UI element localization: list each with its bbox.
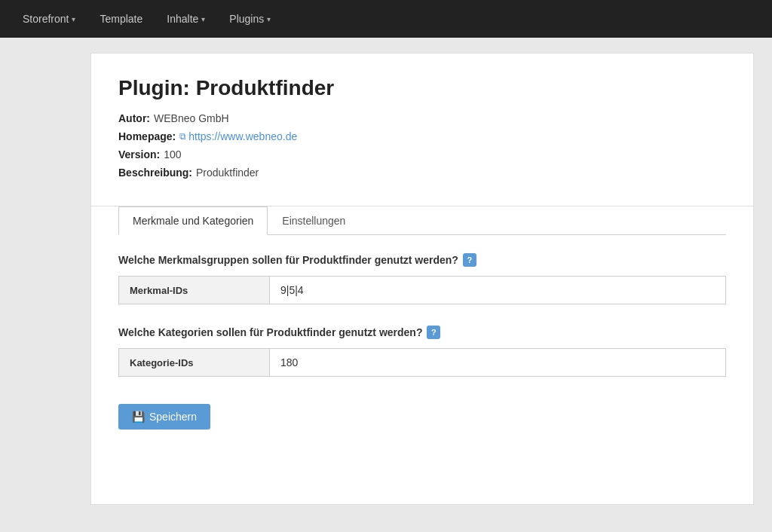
version-label: Version: — [118, 148, 160, 161]
tab-einstellungen[interactable]: Einstellungen — [268, 206, 360, 235]
content-area: Plugin: Produktfinder Autor: WEBneo GmbH… — [90, 53, 754, 505]
merkmal-input-row: Merkmal-IDs — [119, 277, 726, 304]
nav-label-template: Template — [100, 13, 142, 25]
chevron-down-icon-plugins: ▾ — [267, 15, 271, 23]
nav-item-plugins[interactable]: Plugins ▾ — [219, 7, 281, 31]
merkmal-question-text: Welche Merkmalsgruppen sollen für Produk… — [118, 254, 458, 266]
merkmal-section: Welche Merkmalsgruppen sollen für Produk… — [118, 253, 726, 304]
merkmal-help-badge[interactable]: ? — [463, 253, 476, 267]
kategorie-question: Welche Kategorien sollen für Produktfind… — [118, 326, 726, 339]
nav-label-storefront: Storefront — [23, 13, 69, 25]
merkmal-id-input[interactable] — [270, 277, 725, 304]
chevron-down-icon-inhalte: ▾ — [201, 15, 205, 23]
kategorie-input-table: Kategorie-IDs — [118, 348, 726, 377]
merkmal-id-label: Merkmal-IDs — [119, 277, 270, 304]
navbar: Storefront ▾ Template Inhalte ▾ Plugins … — [0, 0, 772, 38]
plugin-title: Plugin: Produktfinder — [118, 76, 726, 100]
author-row: Autor: WEBneo GmbH — [118, 112, 726, 124]
author-label: Autor: — [118, 112, 150, 124]
nav-item-inhalte[interactable]: Inhalte ▾ — [156, 7, 216, 31]
nav-label-plugins: Plugins — [229, 13, 264, 25]
plugin-info-section: Plugin: Produktfinder Autor: WEBneo GmbH… — [91, 54, 753, 206]
external-link-icon: ⧉ — [179, 131, 186, 142]
homepage-row: Homepage: ⧉ https://www.webneo.de — [118, 130, 726, 142]
tab-merkmale[interactable]: Merkmale und Kategorien — [118, 206, 268, 235]
page-wrapper: Plugin: Produktfinder Autor: WEBneo GmbH… — [0, 38, 772, 532]
homepage-label: Homepage: — [118, 130, 176, 142]
description-value: Produktfinder — [196, 167, 259, 179]
save-button[interactable]: 💾 Speichern — [118, 404, 210, 430]
nav-item-storefront[interactable]: Storefront ▾ — [12, 7, 86, 31]
kategorie-input-row: Kategorie-IDs — [119, 349, 726, 377]
description-label: Beschreibung: — [118, 167, 192, 179]
version-row: Version: 100 — [118, 148, 726, 161]
description-row: Beschreibung: Produktfinder — [118, 167, 726, 179]
author-value: WEBneo GmbH — [154, 112, 229, 124]
version-value: 100 — [164, 148, 181, 161]
nav-label-inhalte: Inhalte — [167, 13, 198, 25]
homepage-link[interactable]: ⧉ https://www.webneo.de — [179, 130, 297, 142]
kategorie-id-input[interactable] — [270, 349, 725, 376]
chevron-down-icon: ▾ — [72, 15, 75, 23]
nav-item-template[interactable]: Template — [89, 7, 153, 31]
save-icon: 💾 — [132, 411, 145, 423]
kategorie-id-label: Kategorie-IDs — [119, 349, 270, 377]
kategorie-id-value-cell — [270, 349, 726, 377]
merkmal-id-value-cell — [270, 277, 726, 304]
tab-bar: Merkmale und Kategorien Einstellungen — [118, 206, 726, 235]
kategorie-question-text: Welche Kategorien sollen für Produktfind… — [118, 326, 422, 338]
merkmal-question: Welche Merkmalsgruppen sollen für Produk… — [118, 253, 726, 267]
save-label: Speichern — [149, 411, 197, 423]
kategorie-help-badge[interactable]: ? — [427, 326, 440, 339]
homepage-url-text: https://www.webneo.de — [188, 130, 297, 142]
merkmal-input-table: Merkmal-IDs — [118, 276, 726, 304]
tabs-section: Merkmale und Kategorien Einstellungen We… — [91, 206, 753, 452]
kategorie-section: Welche Kategorien sollen für Produktfind… — [118, 326, 726, 377]
